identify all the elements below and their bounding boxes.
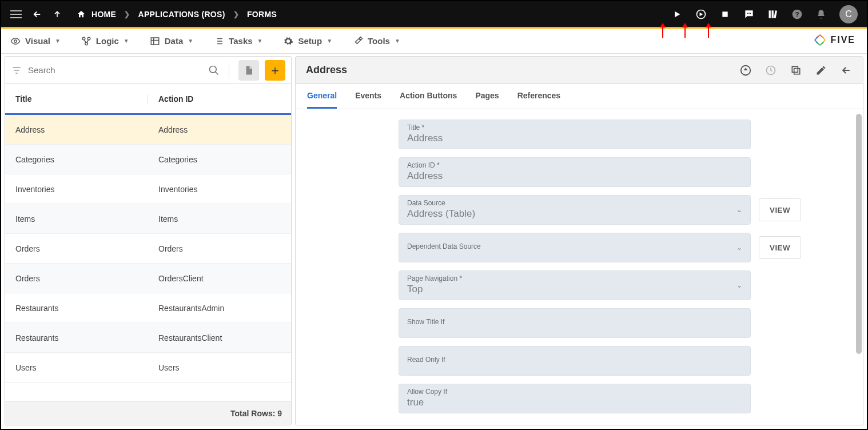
search-icon[interactable] bbox=[208, 65, 220, 76]
cell-action-id: RestaurantsClient bbox=[148, 333, 281, 343]
filter-icon[interactable] bbox=[11, 65, 22, 76]
cell-action-id: Orders bbox=[148, 244, 281, 253]
svg-point-10 bbox=[14, 39, 17, 42]
chat-icon[interactable] bbox=[743, 9, 755, 20]
cell-title: Restaurants bbox=[15, 304, 148, 313]
svg-point-2 bbox=[747, 13, 748, 14]
breadcrumb: HOME ❯ APPLICATIONS (ROS) ❯ FORMS bbox=[77, 10, 277, 19]
chevron-down-icon: ⌄ bbox=[736, 244, 742, 252]
avatar[interactable]: C bbox=[839, 5, 858, 23]
scrollbar-thumb[interactable] bbox=[856, 114, 862, 354]
caret-down-icon: ▼ bbox=[257, 38, 263, 44]
cell-action-id: RestaurantsAdmin bbox=[148, 304, 281, 313]
library-icon[interactable] bbox=[767, 9, 779, 20]
cell-title: Inventories bbox=[15, 185, 148, 194]
breadcrumb-applications[interactable]: APPLICATIONS (ROS) bbox=[138, 10, 225, 19]
chevron-right-icon: ❯ bbox=[124, 10, 130, 18]
play-icon[interactable] bbox=[671, 9, 683, 20]
tab-references[interactable]: References bbox=[517, 84, 561, 109]
cell-action-id: Categories bbox=[148, 155, 281, 164]
cell-title: Restaurants bbox=[15, 333, 148, 343]
table-row[interactable]: OrdersOrders bbox=[5, 234, 291, 264]
detail-panel: Address General Events Action Buttons Pa… bbox=[295, 56, 863, 425]
table-row[interactable]: RestaurantsRestaurantsAdmin bbox=[5, 293, 291, 323]
cell-title: Items bbox=[15, 214, 148, 224]
tab-general[interactable]: General bbox=[307, 84, 337, 109]
tab-action-buttons[interactable]: Action Buttons bbox=[400, 84, 457, 109]
svg-rect-14 bbox=[151, 38, 159, 45]
data-source-field[interactable]: Data Source Address (Table) ⌄ bbox=[399, 195, 751, 225]
svg-point-13 bbox=[85, 42, 88, 45]
brand-logo: FIVE bbox=[813, 33, 855, 47]
edit-icon[interactable] bbox=[815, 64, 827, 77]
allow-copy-if-field[interactable]: Allow Copy If true bbox=[399, 384, 751, 413]
page-navigation-field[interactable]: Page Navigation * Top ⌄ bbox=[399, 270, 751, 300]
up-icon[interactable] bbox=[53, 10, 62, 19]
dependent-data-source-field[interactable]: Dependent Data Source ⌄ bbox=[399, 233, 751, 262]
svg-marker-18 bbox=[816, 42, 824, 46]
read-only-if-field[interactable]: Read Only If bbox=[399, 346, 751, 376]
menu-visual[interactable]: Visual▼ bbox=[10, 36, 61, 46]
cell-action-id: Users bbox=[148, 363, 281, 372]
caret-down-icon: ▼ bbox=[327, 38, 332, 44]
caret-down-icon: ▼ bbox=[395, 38, 400, 44]
tab-pages[interactable]: Pages bbox=[475, 84, 499, 109]
chevron-down-icon: ⌄ bbox=[736, 281, 742, 289]
table-row[interactable]: OrdersOrdersClient bbox=[5, 264, 291, 293]
table-row[interactable]: AddressAddress bbox=[5, 115, 291, 145]
svg-point-19 bbox=[210, 66, 217, 73]
view-button[interactable]: VIEW bbox=[759, 236, 801, 259]
cell-title: Orders bbox=[15, 244, 148, 253]
show-title-if-field[interactable]: Show Title If bbox=[399, 308, 751, 338]
cell-action-id: Address bbox=[148, 125, 281, 134]
back-icon[interactable] bbox=[32, 9, 42, 19]
svg-text:?: ? bbox=[795, 10, 799, 18]
action-id-field[interactable]: Action ID * Address bbox=[399, 157, 751, 187]
menu-data[interactable]: Data▼ bbox=[150, 36, 193, 46]
view-button[interactable]: VIEW bbox=[759, 198, 801, 221]
cell-title: Address bbox=[15, 125, 148, 134]
svg-rect-22 bbox=[794, 68, 800, 74]
caret-down-icon: ▼ bbox=[188, 38, 193, 44]
table-row[interactable]: RestaurantsRestaurantsClient bbox=[5, 323, 291, 353]
bell-icon[interactable] bbox=[815, 9, 827, 20]
tab-events[interactable]: Events bbox=[355, 84, 381, 109]
search-input[interactable] bbox=[28, 65, 202, 75]
history-icon[interactable] bbox=[765, 64, 777, 77]
copy-icon[interactable] bbox=[790, 64, 802, 77]
breadcrumb-home[interactable]: HOME bbox=[77, 10, 116, 19]
cell-action-id: Items bbox=[148, 214, 281, 224]
menu-icon[interactable] bbox=[10, 10, 22, 18]
cell-action-id: OrdersClient bbox=[148, 274, 281, 283]
menu-logic[interactable]: Logic▼ bbox=[81, 36, 129, 46]
document-button[interactable] bbox=[238, 60, 259, 81]
title-field[interactable]: Title * Address bbox=[399, 120, 751, 149]
svg-rect-6 bbox=[772, 10, 774, 18]
chevron-right-icon: ❯ bbox=[233, 10, 239, 18]
stop-icon[interactable] bbox=[719, 9, 731, 20]
revert-icon[interactable] bbox=[739, 64, 752, 77]
inspect-icon[interactable] bbox=[695, 9, 707, 20]
svg-rect-23 bbox=[792, 66, 798, 72]
cell-title: Users bbox=[15, 363, 148, 372]
help-icon[interactable]: ? bbox=[791, 9, 803, 20]
breadcrumb-forms[interactable]: FORMS bbox=[247, 10, 277, 19]
page-title: Address bbox=[306, 64, 347, 76]
column-title[interactable]: Title bbox=[15, 94, 148, 103]
menu-tasks[interactable]: Tasks▼ bbox=[214, 36, 262, 46]
column-action-id[interactable]: Action ID bbox=[148, 94, 281, 103]
cell-action-id: Inventories bbox=[148, 185, 281, 194]
menu-tools[interactable]: Tools▼ bbox=[353, 36, 400, 46]
table-row[interactable]: CategoriesCategories bbox=[5, 145, 291, 174]
table-row[interactable]: ItemsItems bbox=[5, 204, 291, 234]
svg-rect-7 bbox=[774, 10, 777, 18]
svg-point-4 bbox=[750, 13, 751, 14]
table-row[interactable]: UsersUsers bbox=[5, 353, 291, 383]
back-arrow-icon[interactable] bbox=[840, 64, 853, 77]
table-row[interactable]: InventoriesInventories bbox=[5, 174, 291, 204]
add-button[interactable]: ＋ bbox=[265, 60, 285, 81]
svg-rect-5 bbox=[769, 10, 771, 18]
table-footer: Total Rows: 9 bbox=[5, 401, 291, 425]
menu-setup[interactable]: Setup▼ bbox=[283, 36, 332, 46]
cell-title: Orders bbox=[15, 274, 148, 283]
